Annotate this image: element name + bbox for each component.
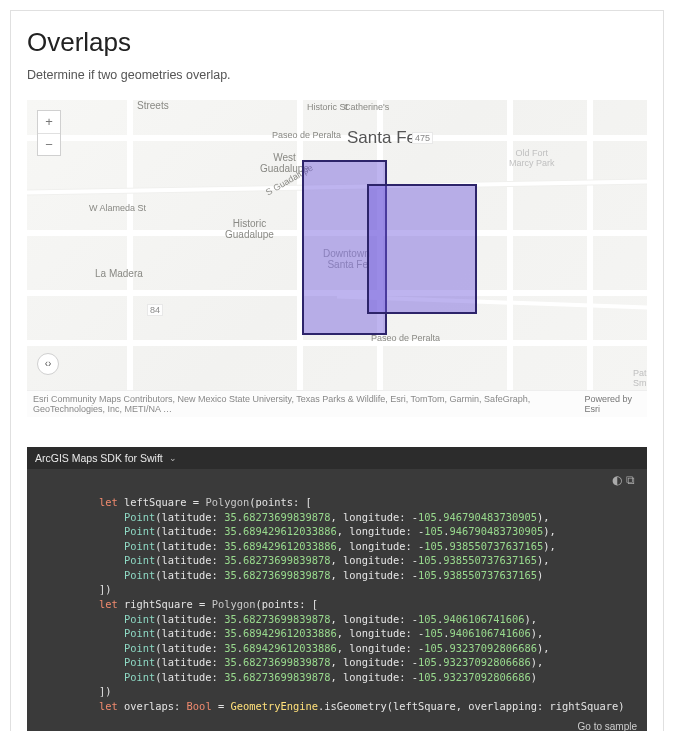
code-toolbar: ◐⧉ (27, 469, 647, 491)
powered-by: Powered by Esri (584, 394, 641, 414)
attribution-text: Esri Community Maps Contributors, New Me… (33, 394, 584, 414)
city-label: Santa Fe (347, 128, 416, 148)
sdk-selector[interactable]: ArcGIS Maps SDK for Swift ⌄ (27, 447, 647, 469)
road (587, 100, 593, 390)
embed-code-button[interactable]: ‹› (37, 353, 59, 375)
district-label: La Madera (95, 268, 143, 279)
street-label: Historic St (307, 102, 348, 112)
park-label: Patric Smith F (633, 368, 647, 388)
zoom-out-button[interactable]: − (38, 133, 60, 155)
sdk-label: ArcGIS Maps SDK for Swift (35, 452, 163, 464)
district-label: Streets (137, 100, 169, 111)
park-label: Old Fort Marcy Park (509, 148, 555, 168)
map-attribution: Esri Community Maps Contributors, New Me… (27, 390, 647, 417)
zoom-control: + − (37, 110, 61, 156)
chevron-down-icon: ⌄ (169, 453, 177, 463)
article-panel: Overlaps Determine if two geometries ove… (10, 10, 664, 731)
code-footer: Go to sample (27, 717, 647, 731)
street-label: W Alameda St (89, 203, 146, 213)
road (507, 100, 513, 390)
street-label: Catherine's (344, 102, 389, 112)
copy-icon[interactable]: ⧉ (626, 473, 639, 487)
zoom-in-button[interactable]: + (38, 111, 60, 133)
road (127, 100, 133, 390)
page-description: Determine if two geometries overlap. (27, 68, 647, 82)
road (27, 340, 647, 346)
theme-toggle-icon[interactable]: ◐ (612, 473, 626, 487)
map-view[interactable]: Santa Fe Streets West Guadalupe Historic… (27, 100, 647, 390)
go-to-sample-link[interactable]: Go to sample (578, 721, 637, 731)
street-label: Paseo de Peralta (272, 130, 341, 140)
page-title: Overlaps (27, 27, 647, 58)
highway-shield: 475 (412, 132, 433, 144)
right-square-polygon (367, 184, 477, 314)
district-label: Historic Guadalupe (225, 218, 274, 240)
highway-shield: 84 (147, 304, 163, 316)
code-sample-panel: ArcGIS Maps SDK for Swift ⌄ ◐⧉ let leftS… (27, 447, 647, 731)
code-body[interactable]: let leftSquare = Polygon(points: [ Point… (27, 491, 647, 717)
